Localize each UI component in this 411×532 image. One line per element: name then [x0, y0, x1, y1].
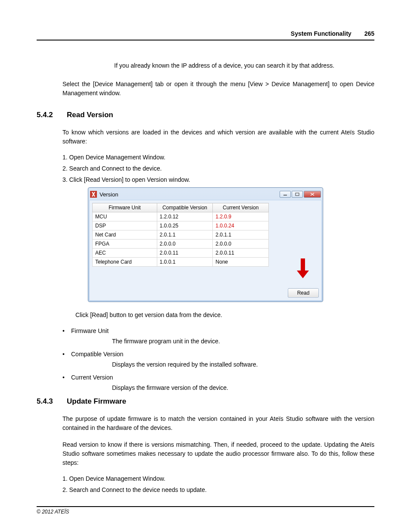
window-controls: [280, 191, 321, 198]
intro-text-1: If you already known the IP address of a…: [114, 62, 374, 69]
app-icon: [90, 191, 97, 198]
copyright: © 2012 ATEÏS: [37, 509, 69, 515]
cell-compatible-version: 1.0.0.25: [157, 221, 213, 230]
header-title: System Functionality: [291, 30, 352, 37]
cell-firmware-unit: DSP: [93, 221, 157, 230]
intro-text-2: Select the [Device Management] tab or op…: [62, 80, 374, 98]
cell-current-version: None: [213, 258, 269, 267]
intro-block: If you already known the IP address of a…: [62, 62, 374, 98]
window-title: Version: [100, 191, 280, 198]
cell-current-version: 1.0.0.24: [213, 221, 269, 230]
col-compatible-version[interactable]: Compatible Version: [157, 203, 213, 212]
bullet-icon: •: [62, 351, 71, 358]
bullet-desc: Displays the version required by the ins…: [112, 361, 374, 368]
table-row[interactable]: AEC2.0.0.112.0.0.11: [93, 249, 269, 258]
section-542-para: To know which versions are loaded in the…: [62, 128, 374, 146]
table-row[interactable]: MCU1.2.0.121.2.0.9: [93, 212, 269, 221]
bullet-label: Current Version: [71, 374, 374, 381]
read-button[interactable]: Read: [288, 288, 319, 298]
cell-current-version: 1.2.0.9: [213, 212, 269, 221]
arrow-head-icon: [297, 271, 309, 278]
maximize-button[interactable]: [292, 191, 303, 198]
bullet-icon: •: [62, 327, 71, 334]
section-title: Read Version: [67, 111, 113, 119]
step-item: 2. Search and Connect to the device.: [62, 165, 374, 172]
cell-compatible-version: 2.0.0.0: [157, 240, 213, 249]
cell-firmware-unit: Net Card: [93, 230, 157, 240]
maximize-icon: [295, 193, 299, 196]
section-title: Update Firmware: [67, 397, 126, 406]
table-row[interactable]: Net Card2.0.1.12.0.1.1: [93, 230, 269, 240]
section-543-heading: 5.4.3 Update Firmware: [37, 397, 374, 406]
cell-current-version: 2.0.1.1: [213, 230, 269, 240]
cell-current-version: 2.0.0.0: [213, 240, 269, 249]
cell-firmware-unit: MCU: [93, 212, 157, 221]
section-543-para2: Read version to know if there is version…: [62, 440, 374, 467]
col-firmware-unit[interactable]: Firmware Unit: [93, 203, 157, 212]
table-row[interactable]: DSP1.0.0.251.0.0.24: [93, 221, 269, 230]
minimize-icon: [283, 193, 287, 196]
bullet-item: • Firmware Unit: [62, 327, 374, 334]
table-row[interactable]: Telephone Card1.0.0.1None: [93, 258, 269, 267]
after-window-text: Click [Read] button to get version data …: [75, 311, 374, 320]
section-number: 5.4.2: [37, 111, 67, 119]
window-footer: Read: [92, 267, 319, 298]
window-body: Firmware Unit Compatible Version Current…: [89, 200, 322, 301]
cell-compatible-version: 1.2.0.12: [157, 212, 213, 221]
cell-compatible-version: 2.0.0.11: [157, 249, 213, 258]
table-row[interactable]: FPGA2.0.0.02.0.0.0: [93, 240, 269, 249]
step-item: 3. Click [Read Version] to open Version …: [62, 176, 374, 183]
bullet-desc: The firmware program unit in the device.: [112, 338, 374, 345]
bullet-item: • Compatible Version: [62, 351, 374, 358]
version-table: Firmware Unit Compatible Version Current…: [92, 203, 269, 267]
cell-firmware-unit: FPGA: [93, 240, 157, 249]
bullet-label: Firmware Unit: [71, 327, 374, 334]
section-542-heading: 5.4.2 Read Version: [37, 111, 374, 119]
section-543-para1: The purpose of update firmware is to mat…: [62, 414, 374, 432]
step-list-542: 1. Open Device Management Window. 2. Sea…: [62, 154, 374, 183]
table-header-row: Firmware Unit Compatible Version Current…: [93, 203, 269, 212]
close-button[interactable]: [304, 191, 321, 198]
svg-rect-1: [296, 193, 299, 196]
bullet-list: • Firmware Unit The firmware program uni…: [62, 327, 374, 391]
cell-compatible-version: 1.0.0.1: [157, 258, 213, 267]
page-number: 265: [364, 30, 374, 37]
section-number: 5.4.3: [37, 397, 67, 406]
page-header: System Functionality 265: [37, 30, 374, 40]
bullet-desc: Displays the firmware version of the dev…: [112, 384, 374, 391]
minimize-button[interactable]: [280, 191, 291, 198]
cell-current-version: 2.0.0.11: [213, 249, 269, 258]
page-footer: © 2012 ATEÏS: [37, 506, 374, 515]
step-item: 1. Open Device Management Window.: [62, 154, 374, 161]
step-item: 1. Open Device Management Window.: [62, 475, 374, 482]
step-item: 2. Search and Connect to the device need…: [62, 486, 374, 493]
step-list-543: 1. Open Device Management Window. 2. Sea…: [62, 475, 374, 493]
col-current-version[interactable]: Current Version: [213, 203, 269, 212]
cell-firmware-unit: Telephone Card: [93, 258, 157, 267]
bullet-label: Compatible Version: [71, 351, 374, 358]
cell-firmware-unit: AEC: [93, 249, 157, 258]
window-titlebar[interactable]: Version: [89, 189, 322, 200]
bullet-item: • Current Version: [62, 374, 374, 381]
version-window: Version Firmware Unit Compatible Version…: [88, 187, 323, 302]
bullet-icon: •: [62, 374, 71, 381]
cell-compatible-version: 2.0.1.1: [157, 230, 213, 240]
close-icon: [310, 193, 314, 196]
arrow-shaft-icon: [301, 258, 305, 271]
